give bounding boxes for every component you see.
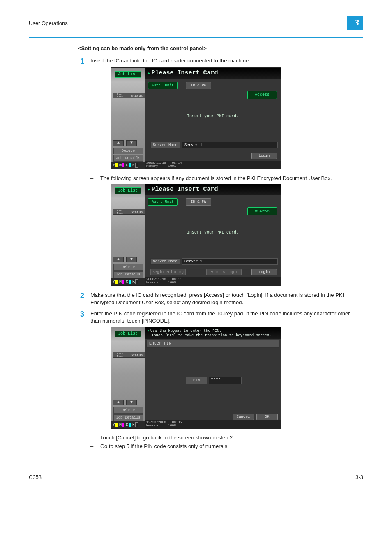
panel-title-bar: ✦Use the keypad to enter the PIN. Touch … (145, 327, 281, 339)
info-icon: ✦ (147, 68, 150, 79)
begin-printing-button[interactable]: Begin Printing (150, 269, 186, 275)
note-text: The following screen appears if any docu… (100, 175, 332, 181)
panel-sidebar: Job List User Name Status ▲ ▼ Delete Job… (111, 327, 145, 421)
delete-button[interactable]: Delete (113, 264, 143, 271)
header-rule (29, 37, 363, 38)
footer-model: C353 (29, 474, 42, 480)
toner-indicator: Y M C K (111, 421, 146, 428)
job-details-button[interactable]: Job Details (113, 155, 143, 162)
footer-page: 3-3 (355, 474, 363, 480)
step-2: 2 Make sure that the IC card is recogniz… (74, 291, 363, 306)
job-list-button[interactable]: Job List (115, 331, 141, 337)
chapter-badge: 3 (347, 16, 363, 30)
dash-icon: – (90, 443, 100, 449)
arrow-up-icon[interactable]: ▲ (113, 257, 124, 262)
insert-card-message: Insert your PKI card. (145, 114, 281, 118)
panel-title-bar: ✦ Please Insert Card (145, 184, 281, 195)
step-text: Enter the PIN code registered in the IC … (90, 310, 363, 324)
status-bar: 2008/11/18 08:11 Memory 100% (145, 277, 281, 285)
username-header: User Name (113, 352, 127, 358)
status-header: Status (127, 352, 147, 358)
panel-sidebar: Job List User Name Status ▲ ▼ Delete Job… (111, 68, 145, 162)
info-icon: ✦ (147, 184, 150, 195)
screenshot-2: Job List User Name Status ▲ ▼ Delete Job… (111, 184, 281, 286)
page-footer: C353 3-3 (29, 474, 363, 480)
status-header: Status (127, 92, 147, 98)
panel-title: Please Insert Card (151, 184, 218, 195)
login-button[interactable]: Login (251, 153, 277, 159)
note-text: Touch [Cancel] to go back to the screen … (100, 435, 234, 441)
note-text: Go to step 5 if the PIN code consists on… (100, 443, 229, 449)
delete-button[interactable]: Delete (113, 407, 143, 414)
delete-button[interactable]: Delete (113, 148, 143, 154)
panel-main: ✦Use the keypad to enter the PIN. Touch … (145, 327, 281, 421)
step3-note-b: – Go to step 5 if the PIN code consists … (90, 443, 363, 449)
access-button[interactable]: Access (247, 207, 277, 215)
cancel-button[interactable]: Cancel (233, 414, 254, 420)
pin-input[interactable]: **** (209, 377, 242, 384)
toner-indicator: Y M C K (111, 162, 146, 169)
arrow-down-icon[interactable]: ▼ (126, 400, 137, 405)
step-text: Make sure that the IC card is recognized… (90, 291, 363, 306)
step3-note-a: – Touch [Cancel] to go back to the scree… (90, 435, 363, 441)
step-3: 3 Enter the PIN code registered in the I… (74, 310, 363, 324)
status-bar: 12/23/2008 08:35 Memory 100% (145, 420, 281, 428)
job-list-button[interactable]: Job List (115, 71, 141, 78)
status-header: Status (127, 209, 147, 215)
panel-title: Please Insert Card (151, 68, 218, 79)
insert-card-message: Insert your PKI card. (145, 230, 281, 235)
arrow-down-icon[interactable]: ▼ (126, 140, 137, 146)
arrow-up-icon[interactable]: ▲ (113, 400, 124, 405)
enter-pin-section: Enter PIN (146, 340, 279, 348)
job-list-button[interactable]: Job List (115, 187, 141, 194)
page-header: User Operations 3 (29, 16, 363, 30)
pin-label[interactable]: PIN (186, 377, 207, 384)
ok-button[interactable]: OK (256, 414, 278, 420)
login-button[interactable]: Login (251, 269, 277, 275)
step1-note: – The following screen appears if any do… (90, 175, 363, 181)
screenshot-1: Job List User Name Status ▲ ▼ Delete Job… (111, 67, 281, 169)
step-number: 3 (74, 310, 90, 318)
panel-title-bar: ✦ Please Insert Card (145, 68, 281, 79)
dash-icon: – (90, 435, 100, 441)
step-number: 1 (74, 58, 90, 65)
toner-indicator: Y M C K (111, 278, 146, 285)
dash-icon: – (90, 175, 100, 181)
step-1: 1 Insert the IC card into the IC card re… (74, 57, 363, 65)
step-number: 2 (74, 292, 90, 299)
print-login-button[interactable]: Print & Login (206, 269, 242, 275)
arrow-up-icon[interactable]: ▲ (113, 140, 124, 146)
panel-main: ✦ Please Insert Card Auth. Unit ID & PW … (145, 68, 281, 162)
id-pw-tab[interactable]: ID & PW (186, 82, 211, 89)
job-details-button[interactable]: Job Details (113, 271, 143, 278)
username-header: User Name (113, 92, 127, 98)
arrow-down-icon[interactable]: ▼ (126, 257, 137, 262)
server-name-label: Server Name (150, 258, 180, 265)
access-button[interactable]: Access (247, 91, 277, 99)
server-name-value: Server 1 (182, 142, 278, 148)
info-icon: ✦ (147, 328, 150, 333)
step-text: Insert the IC card into the IC card read… (90, 57, 363, 65)
auth-unit-tab[interactable]: Auth. Unit (148, 198, 178, 206)
setting-heading: <Setting can be made only from the contr… (78, 45, 363, 51)
server-name-label: Server Name (150, 142, 180, 148)
auth-unit-tab[interactable]: Auth. Unit (148, 82, 178, 89)
job-details-button[interactable]: Job Details (113, 414, 143, 421)
section-title: User Operations (29, 20, 347, 26)
status-bar: 2008/11/18 08:14 Memory 100% (145, 161, 281, 169)
screenshot-3: Job List User Name Status ▲ ▼ Delete Job… (111, 327, 281, 429)
id-pw-tab[interactable]: ID & PW (186, 198, 211, 206)
username-header: User Name (113, 209, 127, 215)
server-name-value: Server 1 (182, 258, 278, 265)
panel-sidebar: Job List User Name Status ▲ ▼ Delete Job… (111, 184, 145, 278)
panel-main: ✦ Please Insert Card Auth. Unit ID & PW … (145, 184, 281, 278)
